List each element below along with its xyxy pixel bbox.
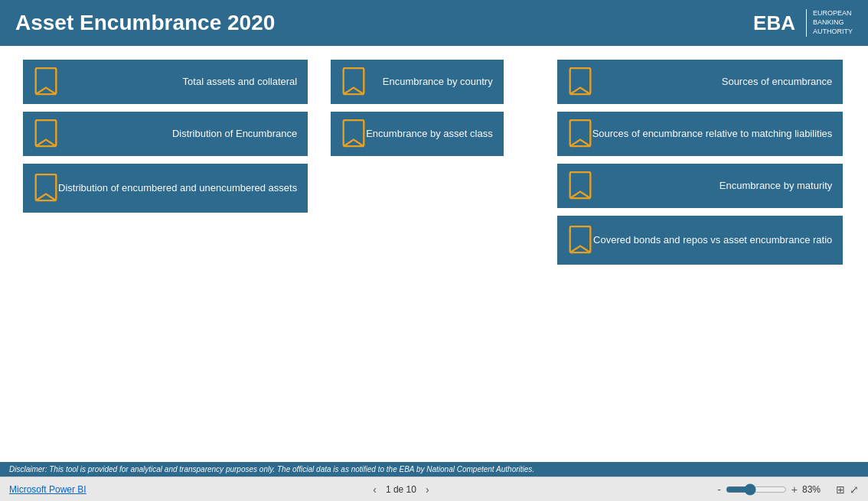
tile-encumbrance-maturity[interactable]: Encumbrance by maturity: [557, 164, 844, 208]
app-header: Asset Encumbrance 2020 EBA EUROPEAN BANK…: [0, 0, 868, 46]
svg-rect-2: [36, 174, 57, 200]
page-indicator: 1 de 10: [386, 484, 416, 495]
bookmark-icon: [34, 67, 58, 96]
view-icons: ⊞ ⤢: [836, 483, 859, 496]
tile-covered-bonds[interactable]: Covered bonds and repos vs asset encumbr…: [557, 216, 844, 265]
bookmark-icon-5: [341, 119, 366, 148]
tile-encumbrance-asset-class-label: Encumbrance by asset class: [366, 128, 492, 141]
page-navigation: ‹ 1 de 10 ›: [370, 483, 432, 496]
fit-page-icon[interactable]: ⊞: [836, 483, 845, 496]
tile-encumbrance-country[interactable]: Encumbrance by country: [331, 60, 503, 104]
svg-rect-4: [344, 120, 364, 146]
bookmark-icon-8: [568, 171, 592, 200]
tile-sources-encumbrance-label: Sources of encumbrance: [592, 76, 833, 89]
tile-sources-relative-label: Sources of encumbrance relative to match…: [592, 128, 833, 141]
svg-rect-3: [344, 68, 364, 94]
svg-rect-7: [569, 172, 590, 198]
page-next-button[interactable]: ›: [423, 483, 432, 496]
tile-encumbrance-country-label: Encumbrance by country: [366, 76, 492, 89]
main-content: Total assets and collateral Distribution…: [0, 46, 868, 462]
bookmark-icon-4: [341, 67, 366, 96]
zoom-slider[interactable]: [726, 483, 787, 496]
bookmark-icon-7: [568, 119, 592, 148]
logo-divider: [806, 9, 807, 37]
fullscreen-icon[interactable]: ⤢: [850, 483, 859, 496]
page-prev-button[interactable]: ‹: [370, 483, 380, 496]
app-title: Asset Encumbrance 2020: [15, 11, 275, 35]
svg-rect-8: [569, 226, 590, 252]
tile-encumbrance-maturity-label: Encumbrance by maturity: [592, 180, 833, 193]
eba-logo: EBA EUROPEAN BANKING AUTHORITY: [753, 9, 853, 37]
powerbi-link[interactable]: Microsoft Power BI: [9, 484, 86, 495]
tiles-col-1: Total assets and collateral Distribution…: [23, 60, 308, 213]
tile-sources-relative[interactable]: Sources of encumbrance relative to match…: [557, 112, 844, 156]
tile-distribution-encumbrance-label: Distribution of Encumbrance: [58, 128, 297, 141]
tile-covered-bonds-label: Covered bonds and repos vs asset encumbr…: [592, 234, 833, 247]
svg-rect-5: [569, 68, 590, 94]
bottom-right-controls: - + 83% ⊞ ⤢: [716, 483, 859, 496]
bottom-bar: Microsoft Power BI ‹ 1 de 10 › - + 83% ⊞…: [0, 477, 868, 501]
svg-rect-6: [569, 120, 590, 146]
tile-sources-encumbrance[interactable]: Sources of encumbrance: [557, 60, 844, 104]
tile-distribution-encumbered-label: Distribution of encumbered and unencumbe…: [58, 182, 297, 195]
svg-rect-0: [36, 68, 57, 94]
zoom-controls: - + 83%: [716, 483, 827, 496]
tile-total-assets[interactable]: Total assets and collateral: [23, 60, 308, 104]
bookmark-icon-3: [34, 174, 58, 203]
svg-rect-1: [36, 120, 57, 146]
zoom-plus-button[interactable]: +: [790, 483, 799, 496]
tiles-col-2: Encumbrance by country Encumbrance by as…: [331, 60, 503, 156]
tile-encumbrance-asset-class[interactable]: Encumbrance by asset class: [331, 112, 503, 156]
tile-distribution-encumbered[interactable]: Distribution of encumbered and unencumbe…: [23, 164, 308, 213]
tile-total-assets-label: Total assets and collateral: [58, 76, 297, 89]
tiles-col-3: Sources of encumbrance Sources of encumb…: [557, 60, 844, 265]
bookmark-icon-9: [568, 226, 592, 255]
tile-distribution-encumbrance[interactable]: Distribution of Encumbrance: [23, 112, 308, 156]
zoom-percentage: 83%: [802, 484, 827, 495]
bookmark-icon-6: [568, 67, 592, 96]
eba-logo-text: EBA: [753, 11, 795, 35]
zoom-minus-button[interactable]: -: [716, 483, 723, 496]
tiles-container: Total assets and collateral Distribution…: [23, 60, 845, 265]
bookmark-icon-2: [34, 119, 58, 148]
eba-logo-subtitle: EUROPEAN BANKING AUTHORITY: [813, 9, 853, 36]
footer-disclaimer: Disclaimer: This tool is provided for an…: [0, 462, 868, 477]
